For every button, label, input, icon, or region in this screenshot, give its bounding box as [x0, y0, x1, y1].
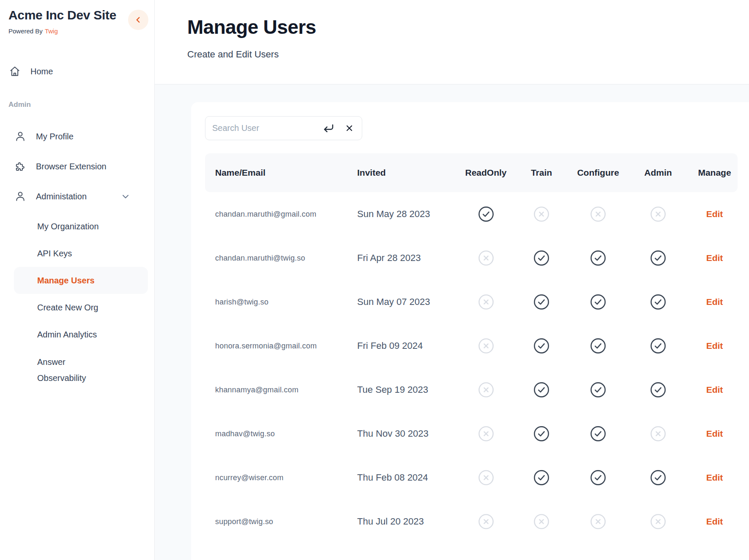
- admin-status: [625, 206, 692, 222]
- sidebar-collapse-button[interactable]: [128, 10, 148, 30]
- user-email: harish@twig.so: [205, 298, 357, 307]
- sidebar-item-create-new-org[interactable]: Create New Org: [14, 294, 148, 321]
- brand-link[interactable]: Twig: [45, 27, 58, 35]
- configure-status: [571, 426, 625, 442]
- administration-sub-list: My Organization API Keys Manage Users Cr…: [0, 213, 154, 391]
- configure-status: [571, 250, 625, 266]
- sidebar-item-api-keys[interactable]: API Keys: [14, 240, 148, 267]
- admin-status: [625, 338, 692, 354]
- configure-status: [571, 382, 625, 398]
- column-header-readonly: ReadOnly: [460, 168, 511, 178]
- search-input[interactable]: [212, 123, 312, 133]
- sidebar-section-label: Admin: [0, 100, 154, 109]
- sidebar-item-manage-users[interactable]: Manage Users: [14, 267, 148, 294]
- chevron-down-icon: [120, 191, 131, 201]
- table-header: Name/Email Invited ReadOnly Train Config…: [205, 153, 738, 192]
- train-status: [511, 426, 571, 442]
- table-row: khannamya@gmail.com Tue Sep 19 2023 Edit: [205, 368, 738, 412]
- edit-link[interactable]: Edit: [706, 385, 723, 394]
- check-circle-icon: [650, 294, 666, 310]
- table-row: honora.sermonia@gmail.com Fri Feb 09 202…: [205, 324, 738, 368]
- edit-link[interactable]: Edit: [706, 429, 723, 438]
- admin-status: [625, 382, 692, 398]
- readonly-status: [460, 338, 511, 354]
- check-circle-icon: [533, 338, 549, 354]
- sidebar: Acme Inc Dev Site Powered ByTwig Home Ad…: [0, 0, 155, 560]
- edit-link[interactable]: Edit: [706, 517, 723, 526]
- powered-by: Powered ByTwig: [8, 27, 146, 36]
- x-circle-icon: [590, 514, 606, 530]
- admin-status: [625, 426, 692, 442]
- main-area: Manage Users Create and Edit Users Name/…: [155, 0, 749, 560]
- sidebar-item-my-profile[interactable]: My Profile: [0, 123, 154, 150]
- configure-status: [571, 206, 625, 222]
- sidebar-item-label: Admin Analytics: [37, 330, 97, 340]
- edit-link[interactable]: Edit: [706, 253, 723, 263]
- table-row: chandan.maruthi@twig.so Fri Apr 28 2023 …: [205, 236, 738, 280]
- user-email: chandan.maruthi@gmail.com: [205, 210, 357, 219]
- user-email: khannamya@gmail.com: [205, 386, 357, 394]
- train-status: [511, 294, 571, 310]
- user-email: madhav@twig.so: [205, 430, 357, 438]
- table-row: chandan.maruthi@gmail.com Sun May 28 202…: [205, 192, 738, 236]
- readonly-status: [460, 294, 511, 310]
- invited-date: Thu Jul 20 2023: [357, 516, 460, 527]
- check-circle-icon: [650, 338, 666, 354]
- check-circle-icon: [533, 294, 549, 310]
- edit-link[interactable]: Edit: [706, 341, 723, 351]
- page-content: Name/Email Invited ReadOnly Train Config…: [155, 84, 749, 560]
- invited-date: Sun May 07 2023: [357, 296, 460, 307]
- readonly-status: [460, 206, 511, 222]
- check-circle-icon: [590, 426, 606, 442]
- x-circle-icon: [650, 426, 666, 442]
- invited-date: Fri Feb 09 2024: [357, 340, 460, 351]
- x-circle-icon: [533, 514, 549, 530]
- train-status: [511, 514, 571, 530]
- edit-link[interactable]: Edit: [706, 209, 723, 219]
- check-circle-icon: [590, 294, 606, 310]
- sidebar-item-label: Manage Users: [37, 276, 95, 285]
- enter-icon[interactable]: [323, 122, 334, 134]
- train-status: [511, 250, 571, 266]
- readonly-status: [460, 470, 511, 486]
- check-circle-icon: [590, 382, 606, 398]
- x-circle-icon: [478, 382, 494, 398]
- check-circle-icon: [650, 382, 666, 398]
- edit-link[interactable]: Edit: [706, 297, 723, 307]
- invited-date: Thu Feb 08 2024: [357, 472, 460, 483]
- invited-date: Sun May 28 2023: [357, 209, 460, 220]
- admin-status: [625, 294, 692, 310]
- check-circle-icon: [590, 338, 606, 354]
- edit-link[interactable]: Edit: [706, 473, 723, 482]
- page-subtitle: Create and Edit Users: [187, 49, 749, 60]
- sidebar-item-label: Answer Observability: [37, 354, 101, 386]
- readonly-status: [460, 514, 511, 530]
- train-status: [511, 382, 571, 398]
- configure-status: [571, 470, 625, 486]
- check-circle-icon: [533, 426, 549, 442]
- clear-icon[interactable]: [345, 124, 353, 132]
- page-header: Manage Users Create and Edit Users: [155, 0, 749, 84]
- column-header-train: Train: [511, 168, 571, 178]
- sidebar-item-browser-extension[interactable]: Browser Extension: [0, 153, 154, 180]
- check-circle-icon: [650, 250, 666, 266]
- sidebar-item-label: Create New Org: [37, 303, 98, 313]
- column-header-name-email: Name/Email: [205, 168, 357, 178]
- check-circle-icon: [533, 382, 549, 398]
- table-row: ncurrey@wiser.com Thu Feb 08 2024 Edit: [205, 456, 738, 500]
- check-circle-icon: [590, 250, 606, 266]
- user-icon: [15, 131, 26, 142]
- sidebar-item-home[interactable]: Home: [0, 60, 154, 82]
- sidebar-item-admin-analytics[interactable]: Admin Analytics: [14, 321, 148, 348]
- user-email: honora.sermonia@gmail.com: [205, 342, 357, 351]
- chevron-left-icon: [134, 15, 143, 24]
- user-email: support@twig.so: [205, 517, 357, 526]
- configure-status: [571, 514, 625, 530]
- x-circle-icon: [650, 206, 666, 222]
- sidebar-item-label: My Organization: [37, 222, 99, 231]
- sidebar-item-answer-observability[interactable]: Answer Observability: [14, 348, 148, 391]
- train-status: [511, 206, 571, 222]
- sidebar-item-my-organization[interactable]: My Organization: [14, 213, 148, 240]
- sidebar-item-administration[interactable]: Administation: [0, 183, 154, 210]
- x-circle-icon: [478, 250, 494, 266]
